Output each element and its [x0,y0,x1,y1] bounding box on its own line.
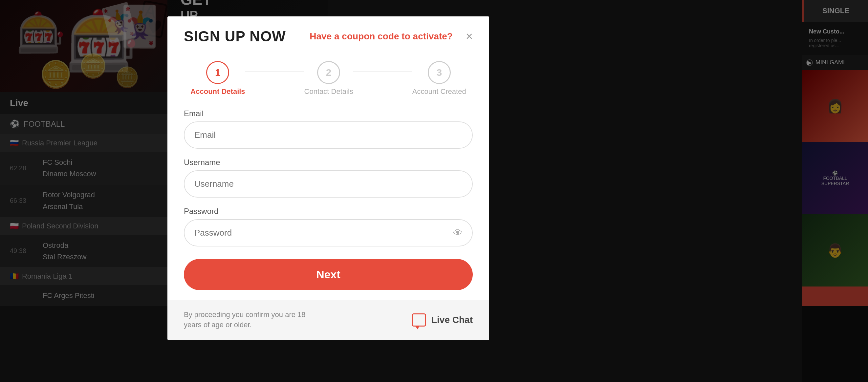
email-input[interactable] [184,121,473,149]
age-confirmation-text: By proceeding you confirm you are 18 yea… [184,310,315,330]
step-2-circle: 2 [317,61,340,84]
step-line-2-3 [353,71,412,72]
step-line-1-2 [245,71,304,72]
email-label: Email [184,109,473,118]
step-3-label: Account Created [412,87,466,96]
password-label: Password [184,207,473,216]
modal-footer: By proceeding you confirm you are 18 yea… [167,300,489,340]
password-wrapper: 👁 [184,219,473,247]
live-chat-button[interactable]: Live Chat [412,313,473,326]
email-form-group: Email [184,109,473,149]
password-input[interactable] [184,219,473,247]
chat-icon [412,313,426,326]
modal-header: SIGN UP NOW Have a coupon code to activa… [167,17,489,51]
close-modal-button[interactable]: × [466,30,473,43]
step-3: 3 Account Created [412,61,466,96]
step-1-label: Account Details [190,87,245,96]
username-input[interactable] [184,170,473,197]
step-3-circle: 3 [428,61,451,84]
signup-modal: SIGN UP NOW Have a coupon code to activa… [167,17,489,340]
modal-form-body: Email Username Password 👁 Next [167,102,489,300]
step-2-label: Contact Details [304,87,353,96]
username-form-group: Username [184,158,473,197]
coupon-link[interactable]: Have a coupon code to activate? [310,31,453,42]
next-button[interactable]: Next [184,259,473,290]
signup-title: SIGN UP NOW [184,28,286,44]
step-1-circle: 1 [206,61,229,84]
password-form-group: Password 👁 [184,207,473,247]
step-2: 2 Contact Details [304,61,353,96]
username-label: Username [184,158,473,167]
toggle-password-icon[interactable]: 👁 [453,227,463,238]
step-1: 1 Account Details [190,61,245,96]
steps-container: 1 Account Details 2 Contact Details 3 Ac… [167,51,489,102]
live-chat-label: Live Chat [431,315,473,325]
